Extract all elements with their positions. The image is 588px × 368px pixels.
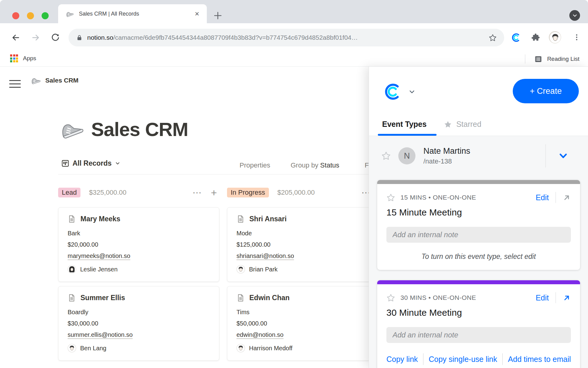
address-bar[interactable]: notion.so/camacme/6de9fb7454454344a80877… — [69, 29, 504, 46]
column-add-icon[interactable]: + — [211, 187, 217, 198]
record-card-summer-ellis[interactable]: Summer Ellis Boardly $30,000.00 summer.e… — [58, 286, 219, 361]
copy-link-button[interactable]: Copy link — [386, 355, 418, 364]
edit-link[interactable]: Edit — [536, 193, 549, 202]
breadcrumb[interactable]: Sales CRM — [31, 75, 79, 86]
star-icon — [444, 120, 452, 129]
tab-close-icon[interactable]: ✕ — [195, 10, 199, 17]
copy-single-use-link-button[interactable]: Copy single-use link — [429, 355, 497, 364]
tab-event-types[interactable]: Event Types — [382, 120, 426, 129]
card-owner: Harrison Medoff — [236, 344, 369, 352]
profile-avatar[interactable] — [549, 31, 561, 43]
bookmark-star-icon[interactable] — [489, 34, 497, 42]
card-company: Boardly — [68, 309, 210, 316]
kanban-column-in-progress: In Progress $205,000.00 ⋯ + Shri Ansari … — [227, 183, 369, 365]
properties-button[interactable]: Properties — [240, 161, 270, 169]
card-amount: $30,000.00 — [68, 320, 210, 327]
event-card-15-minute: 15 MINS • ONE-ON-ONE Edit 15 Minute Meet… — [377, 180, 580, 270]
owner-avatar — [236, 265, 245, 274]
reload-button[interactable] — [51, 33, 60, 42]
chevron-down-icon — [408, 88, 416, 96]
apps-grid-icon — [10, 54, 18, 62]
back-button[interactable] — [11, 33, 20, 42]
breadcrumb-label: Sales CRM — [45, 77, 79, 84]
calendly-account-selector[interactable] — [382, 81, 416, 103]
open-external-icon[interactable] — [563, 294, 571, 302]
card-email-link[interactable]: marymeeks@notion.so — [68, 252, 210, 259]
user-names: Nate Martins /nate-138 — [423, 146, 470, 165]
owner-name: Leslie Jensen — [80, 266, 117, 273]
card-email-link[interactable]: edwin@notion.so — [236, 331, 369, 338]
edit-link[interactable]: Edit — [536, 293, 549, 302]
column-header: In Progress $205,000.00 ⋯ + — [227, 186, 369, 199]
add-times-to-email-button[interactable]: Add times to email — [508, 355, 571, 364]
extensions-puzzle-icon[interactable] — [531, 33, 540, 42]
card-email-link[interactable]: shriansari@notion.so — [236, 252, 369, 259]
group-by-value: Status — [320, 161, 339, 169]
event-title: 15 Minute Meeting — [386, 207, 571, 218]
minimize-window-button[interactable] — [27, 12, 34, 19]
actions-divider — [423, 353, 423, 365]
browser-menu-icon[interactable] — [573, 33, 581, 41]
meta-divider — [556, 192, 556, 203]
sidebar-menu-icon[interactable] — [9, 78, 21, 90]
chevron-down-icon — [115, 160, 121, 166]
tab-starred-label: Starred — [456, 120, 481, 129]
group-badge[interactable]: In Progress — [227, 188, 269, 197]
event-meta: 30 MINS • ONE-ON-ONE — [400, 294, 476, 301]
user-row[interactable]: N Nate Martins /nate-138 — [369, 136, 588, 176]
user-avatar: N — [398, 147, 415, 164]
event-card-body: 30 MINS • ONE-ON-ONE Edit 30 Minute Meet… — [377, 284, 580, 368]
collapse-chevron-icon[interactable] — [558, 151, 568, 161]
view-selector[interactable]: All Records — [61, 159, 121, 167]
reading-list-shortcut[interactable]: Reading List — [525, 54, 579, 64]
column-more-icon[interactable]: ⋯ — [192, 188, 202, 197]
calendly-extension-icon[interactable] — [510, 32, 522, 43]
card-email-link[interactable]: summer.ellis@notion.so — [68, 331, 210, 338]
toolbar-divider — [58, 174, 369, 175]
view-name: All Records — [73, 159, 112, 167]
page-emoji-sneaker-icon — [57, 114, 87, 144]
bookmarks-bar: Apps Reading List — [0, 52, 588, 67]
user-name: Nate Martins — [423, 146, 470, 156]
card-owner: Brian Park — [236, 265, 369, 274]
open-external-icon[interactable] — [563, 193, 571, 202]
view-toolbar: All Records Properties Group by Status F — [0, 159, 369, 173]
tab-search-menu-button[interactable] — [569, 10, 580, 21]
record-card-shri-ansari[interactable]: Shri Ansari Mode $125,000.00 shriansari@… — [227, 207, 369, 282]
event-hint: To turn on this event type, select edit — [386, 252, 571, 261]
column-more-icon[interactable]: ⋯ — [361, 188, 369, 197]
internal-note-input[interactable] — [386, 327, 571, 343]
sneaker-favicon — [65, 9, 75, 19]
card-amount: $125,000.00 — [236, 241, 369, 248]
board-view-icon — [61, 159, 69, 167]
meta-divider — [556, 292, 556, 303]
sneaker-icon — [30, 74, 42, 86]
filter-button-partial[interactable]: F — [365, 161, 369, 169]
apps-shortcut[interactable]: Apps — [10, 54, 36, 62]
browser-tab[interactable]: Sales CRM | All Records ✕ — [58, 4, 207, 23]
star-icon[interactable] — [386, 293, 395, 302]
create-button[interactable]: + Create — [513, 79, 579, 103]
card-title-row: Shri Ansari — [236, 215, 369, 223]
close-window-button[interactable] — [12, 12, 19, 19]
tab-starred[interactable]: Starred — [444, 120, 481, 129]
internal-note-input[interactable] — [386, 227, 571, 243]
forward-button[interactable] — [31, 33, 40, 42]
star-icon[interactable] — [381, 151, 391, 161]
zoom-window-button[interactable] — [42, 12, 49, 19]
url-domain: notion.so — [87, 34, 113, 41]
group-by-button[interactable]: Group by Status — [291, 161, 339, 169]
group-badge[interactable]: Lead — [58, 188, 80, 197]
record-card-mary-meeks[interactable]: Mary Meeks Bark $20,000.00 marymeeks@not… — [58, 207, 219, 282]
kanban-column-lead: Lead $325,000.00 ⋯ + Mary Meeks Bark $20… — [58, 183, 219, 365]
tab-bar: Sales CRM | All Records ✕ — [0, 0, 588, 23]
event-meta-row: 15 MINS • ONE-ON-ONE Edit — [386, 192, 571, 203]
card-company: Bark — [68, 230, 210, 237]
star-icon[interactable] — [386, 193, 395, 202]
bookmarks-divider — [525, 54, 525, 64]
profile-photo — [549, 31, 561, 43]
owner-avatar — [68, 344, 76, 352]
new-tab-button[interactable] — [213, 11, 223, 20]
card-company: Tims — [236, 309, 369, 316]
record-card-edwin-chan[interactable]: Edwin Chan Tims $50,000.00 edwin@notion.… — [227, 286, 369, 361]
